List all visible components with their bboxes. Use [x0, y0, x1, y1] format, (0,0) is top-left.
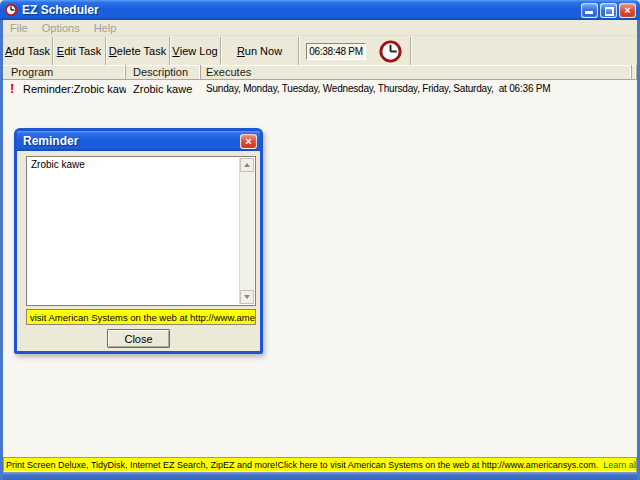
- table-row[interactable]: ! Reminder:Zrobic kawe Zrobic kawe Sunda…: [3, 80, 637, 97]
- close-icon: ×: [624, 5, 630, 16]
- minimize-button[interactable]: [581, 3, 598, 18]
- window-controls: ×: [581, 3, 636, 18]
- scroll-down-button[interactable]: [240, 290, 254, 304]
- marquee-text-green: Learn about our p: [603, 460, 637, 470]
- dialog-ad-banner[interactable]: visit American Systems on the web at htt…: [26, 309, 256, 325]
- reminder-dialog-title: Reminder: [23, 134, 240, 148]
- menu-file[interactable]: File: [3, 22, 35, 34]
- delete-task-button[interactable]: Delete Task: [106, 37, 170, 65]
- bottom-ad-marquee[interactable]: Print Screen Deluxe, TidyDisk, Internet …: [3, 457, 637, 472]
- current-time-display: 06:38:48 PM: [306, 43, 366, 60]
- run-now-button[interactable]: Run Now: [221, 37, 299, 65]
- row-description-cell: Zrobic kawe: [126, 83, 201, 95]
- window-border-left: [0, 20, 3, 480]
- view-log-button[interactable]: View Log: [170, 37, 221, 65]
- minimize-icon: [585, 11, 593, 14]
- menu-bar: File Options Help: [3, 20, 637, 36]
- restore-icon: [605, 7, 614, 15]
- titlebar[interactable]: EZ Scheduler ×: [0, 0, 640, 20]
- column-header-program[interactable]: Program: [3, 65, 126, 79]
- reminder-dialog: Reminder × Zrobic kawe visit American Sy…: [14, 128, 263, 354]
- window-border-bottom: [0, 472, 640, 480]
- scroll-up-icon: [244, 163, 250, 167]
- marquee-text-black: Print Screen Deluxe, TidyDisk, Internet …: [6, 460, 603, 470]
- reminder-scrollbar[interactable]: [239, 158, 254, 304]
- scroll-up-button[interactable]: [240, 158, 254, 172]
- reminder-text: Zrobic kawe: [31, 159, 85, 170]
- toolbar: Add Task Edit Task Delete Task View Log …: [3, 37, 637, 65]
- edit-task-button[interactable]: Edit Task: [53, 37, 106, 65]
- scroll-down-icon: [244, 295, 250, 299]
- dialog-close-button[interactable]: Close: [107, 329, 170, 348]
- app-clock-icon: [4, 3, 18, 17]
- red-exclamation-icon: !: [10, 81, 14, 96]
- row-executes-cell: Sunday, Monday, Tuesday, Wednesday, Thur…: [201, 83, 637, 94]
- column-header-description[interactable]: Description: [126, 65, 201, 79]
- menu-options[interactable]: Options: [35, 22, 87, 34]
- close-button[interactable]: ×: [619, 3, 636, 18]
- task-list-header: Program Description Executes: [3, 65, 637, 80]
- add-task-button[interactable]: Add Task: [3, 37, 53, 65]
- ez-scheduler-window: { "window": { "title": "EZ Scheduler", "…: [0, 0, 640, 480]
- reminder-textarea[interactable]: Zrobic kawe: [26, 156, 256, 306]
- menu-help[interactable]: Help: [87, 22, 124, 34]
- toolbar-clock-icon: [371, 37, 411, 65]
- column-header-executes[interactable]: Executes: [201, 65, 632, 79]
- row-program-cell: Reminder:Zrobic kawe: [3, 83, 126, 95]
- window-title: EZ Scheduler: [22, 3, 581, 17]
- reminder-dialog-body: Zrobic kawe visit American Systems on th…: [17, 151, 260, 351]
- reminder-dialog-titlebar[interactable]: Reminder ×: [17, 131, 260, 151]
- restore-button[interactable]: [600, 3, 617, 18]
- reminder-close-icon: ×: [245, 136, 251, 147]
- reminder-close-button[interactable]: ×: [240, 134, 257, 149]
